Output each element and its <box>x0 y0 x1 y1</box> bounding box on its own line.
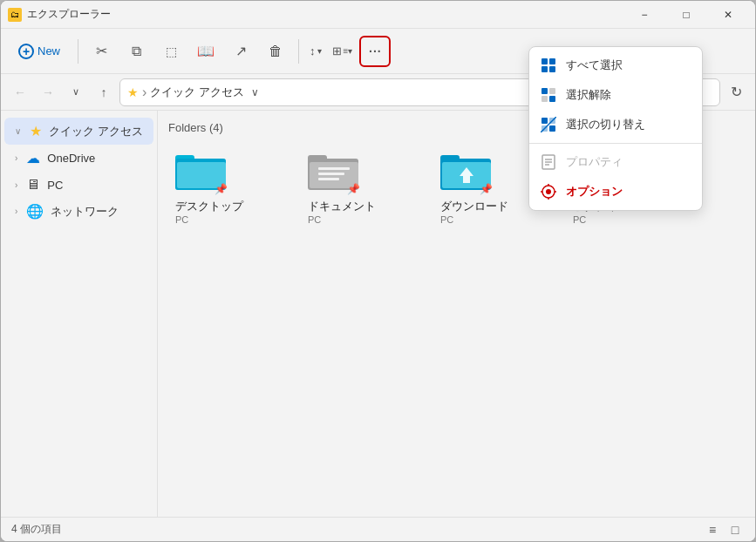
quick-access-label: クイック アクセス <box>49 124 143 139</box>
pc-chevron: › <box>15 180 17 190</box>
new-plus-icon: + <box>18 44 34 59</box>
svg-rect-8 <box>318 173 344 175</box>
window-title: エクスプローラー <box>27 7 624 22</box>
svg-rect-21 <box>541 88 548 94</box>
pc-label: PC <box>47 179 63 192</box>
dropdown-menu: すべて選択 選択解除 <box>528 46 703 211</box>
documents-pin-icon: 📌 <box>347 183 360 195</box>
delete-button[interactable]: 🗑 <box>260 36 291 67</box>
properties-label: プロパティ <box>566 154 623 170</box>
explorer-window: 🗂 エクスプローラー − □ ✕ + New ✂ ⧉ ⬚ 📖 ↗ <box>0 0 756 542</box>
toggle-select-label: 選択の切り替え <box>566 117 645 132</box>
menu-divider <box>529 143 702 144</box>
menu-item-properties[interactable]: プロパティ <box>529 147 702 177</box>
menu-item-deselect[interactable]: 選択解除 <box>529 80 702 110</box>
svg-rect-5 <box>308 155 327 162</box>
sidebar-item-onedrive[interactable]: › ☁ OneDrive <box>4 145 153 172</box>
svg-rect-20 <box>549 66 555 72</box>
desktop-folder-name: デスクトップ <box>175 199 243 214</box>
open-icon: 📖 <box>197 43 215 59</box>
onedrive-chevron: › <box>15 153 17 163</box>
path-chevron-icon[interactable]: ∨ <box>251 86 259 98</box>
new-button[interactable]: + New <box>8 38 71 64</box>
sidebar-item-quick-access[interactable]: ∨ ★ クイック アクセス <box>4 118 153 145</box>
svg-rect-17 <box>541 58 548 64</box>
pc-icon: 🖥 <box>26 177 40 193</box>
svg-rect-22 <box>549 88 555 94</box>
copy-button[interactable]: ⧉ <box>120 36 152 67</box>
sidebar: ∨ ★ クイック アクセス › ☁ OneDrive › 🖥 PC › 🌐 ネッ… <box>1 111 158 517</box>
forward-button[interactable]: → <box>36 80 60 105</box>
copy-icon: ⧉ <box>132 44 141 59</box>
title-bar-controls: − □ ✕ <box>624 1 748 29</box>
up-button[interactable]: ↑ <box>92 80 116 105</box>
menu-item-options[interactable]: オプション <box>529 177 702 207</box>
pictures-folder-sub: PC <box>573 214 586 225</box>
cut-icon: ✂ <box>96 43 107 59</box>
menu-item-toggle-select[interactable]: 選択の切り替え <box>529 110 702 139</box>
onedrive-icon: ☁ <box>26 150 40 166</box>
close-button[interactable]: ✕ <box>708 1 748 29</box>
documents-icon-wrapper: 📌 <box>308 150 360 195</box>
sort-icon: ↕ <box>310 44 316 58</box>
open-button[interactable]: 📖 <box>190 36 221 67</box>
svg-rect-18 <box>549 58 555 64</box>
up-icon: ↑ <box>101 85 107 99</box>
refresh-button[interactable]: ↻ <box>724 80 748 105</box>
status-bar: 4 個の項目 ≡ □ <box>1 517 755 541</box>
new-label: New <box>37 44 60 58</box>
share-icon: ↗ <box>235 43 247 59</box>
svg-rect-24 <box>549 96 555 102</box>
onedrive-label: OneDrive <box>47 152 95 165</box>
title-bar: 🗂 エクスプローラー − □ ✕ <box>1 1 755 29</box>
recent-button[interactable]: ∨ <box>64 80 88 105</box>
quick-access-icon: ★ <box>30 123 42 139</box>
path-separator: › <box>142 85 146 100</box>
svg-rect-23 <box>541 96 548 102</box>
desktop-icon-wrapper: 📌 <box>175 150 228 195</box>
desktop-folder-sub: PC <box>175 214 188 225</box>
toolbar-separator-1 <box>78 39 78 64</box>
svg-rect-28 <box>549 125 555 132</box>
sort-button[interactable]: ↕ ▾ <box>306 36 325 67</box>
options-label: オプション <box>566 184 623 200</box>
minimize-button[interactable]: − <box>624 1 664 29</box>
menu-item-select-all[interactable]: すべて選択 <box>529 51 702 80</box>
toolbar-separator-2 <box>298 39 299 64</box>
network-chevron: › <box>15 207 17 216</box>
desktop-pin-icon: 📌 <box>215 183 228 195</box>
toggle-select-icon <box>540 117 557 132</box>
folder-item-desktop[interactable]: 📌 デスクトップ PC <box>168 143 290 232</box>
cut-button[interactable]: ✂ <box>85 36 117 67</box>
deselect-icon <box>540 87 557 103</box>
refresh-icon: ↻ <box>731 84 742 100</box>
grid-view-button[interactable]: □ <box>725 520 745 539</box>
back-button[interactable]: ← <box>8 80 32 105</box>
restore-button[interactable]: □ <box>666 1 706 29</box>
more-button[interactable]: ··· <box>359 36 391 67</box>
select-all-label: すべて選択 <box>566 58 623 73</box>
sort-arrow: ▾ <box>317 46 322 56</box>
view-button[interactable]: ⊞ ≡▾ <box>329 36 357 67</box>
properties-icon <box>540 154 557 170</box>
svg-rect-19 <box>541 66 548 72</box>
recent-icon: ∨ <box>72 86 79 98</box>
back-icon: ← <box>14 85 26 99</box>
sidebar-item-network[interactable]: › 🌐 ネットワーク <box>4 198 153 225</box>
paste-button[interactable]: ⬚ <box>155 36 187 67</box>
network-label: ネットワーク <box>51 204 119 220</box>
documents-folder-name: ドキュメント <box>308 199 376 214</box>
network-icon: 🌐 <box>26 203 44 220</box>
downloads-folder-name: ダウンロード <box>440 199 508 214</box>
downloads-pin-icon: 📌 <box>480 183 493 195</box>
view-arrow: ≡▾ <box>344 46 353 56</box>
grid-view-icon: □ <box>732 523 739 537</box>
share-button[interactable]: ↗ <box>225 36 256 67</box>
path-star-icon: ★ <box>127 85 139 99</box>
path-text: クイック アクセス <box>150 85 244 100</box>
more-icon: ··· <box>369 44 382 58</box>
list-view-button[interactable]: ≡ <box>703 520 722 539</box>
svg-rect-11 <box>440 155 460 162</box>
folder-item-documents[interactable]: 📌 ドキュメント PC <box>301 143 423 232</box>
sidebar-item-pc[interactable]: › 🖥 PC <box>4 172 153 198</box>
